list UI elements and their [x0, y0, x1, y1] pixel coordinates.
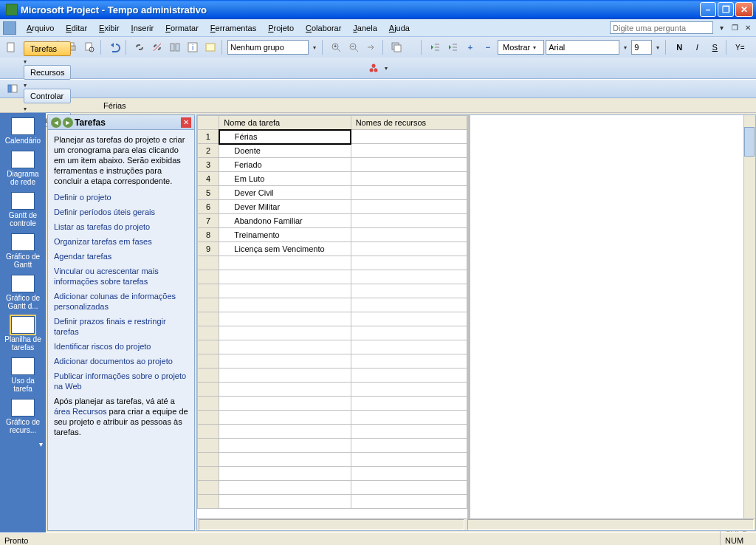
table-row[interactable] — [198, 270, 467, 284]
cell-resources[interactable] — [351, 172, 467, 186]
cell-resources[interactable] — [351, 284, 467, 298]
italic-button[interactable]: I — [689, 39, 705, 55]
cell-resources[interactable] — [351, 397, 467, 411]
table-row[interactable] — [198, 481, 467, 495]
menu-inserir[interactable]: Inserir — [126, 22, 160, 34]
cell-task[interactable] — [219, 439, 351, 453]
row-number[interactable] — [198, 467, 219, 481]
show-outline-button[interactable]: Mostrar▾ — [498, 40, 544, 55]
cell-task[interactable]: Treinamento — [219, 228, 351, 242]
ask-question-input[interactable] — [610, 21, 713, 34]
cell-resources[interactable] — [351, 242, 467, 256]
row-number[interactable] — [198, 340, 219, 354]
row-number[interactable] — [198, 284, 219, 298]
row-number[interactable]: 6 — [198, 200, 219, 214]
mdi-close-button[interactable]: ✕ — [743, 23, 753, 33]
task-pane-outro-link[interactable]: área Recursos — [54, 407, 107, 416]
notes-button[interactable] — [202, 39, 219, 55]
cell-resources[interactable] — [351, 369, 467, 383]
rownum-header[interactable] — [198, 116, 219, 130]
cell-resources[interactable] — [351, 383, 467, 397]
split-button[interactable] — [167, 39, 183, 55]
row-number[interactable]: 7 — [198, 214, 219, 228]
row-number[interactable] — [198, 439, 219, 453]
row-number[interactable] — [198, 326, 219, 340]
table-row[interactable] — [198, 425, 467, 439]
cell-resources[interactable] — [351, 467, 467, 481]
row-number[interactable] — [198, 298, 219, 312]
guide-toggle-button[interactable] — [4, 80, 21, 97]
link-button[interactable] — [131, 39, 148, 55]
cell-task[interactable] — [219, 312, 351, 326]
font-name-dropdown-icon[interactable]: ▾ — [621, 44, 630, 51]
cell-resources[interactable] — [351, 144, 467, 158]
taskpane-link-10[interactable]: Publicar informações sobre o projeto na … — [54, 371, 188, 391]
row-number[interactable] — [198, 256, 219, 270]
menu-ajuda[interactable]: Ajuda — [383, 22, 416, 34]
taskpane-link-3[interactable]: Organizar tarefas em fases — [54, 236, 188, 247]
table-row[interactable]: 3Feriado — [198, 158, 467, 172]
table-row[interactable]: 9Licença sem Vencimento — [198, 242, 467, 256]
table-row[interactable]: 7Abandono Familiar — [198, 214, 467, 228]
column-header-task[interactable]: Nome da tarefa — [219, 116, 351, 130]
cell-task[interactable] — [219, 397, 351, 411]
menu-colaborar[interactable]: Colaborar — [300, 22, 347, 34]
new-button[interactable] — [3, 39, 19, 55]
view-item-3[interactable]: Gráfico de Gantt — [2, 233, 44, 269]
row-number[interactable]: 2 — [198, 144, 219, 158]
taskpane-link-2[interactable]: Listar as tarefas do projeto — [54, 222, 188, 232]
task-pane-back-icon[interactable]: ◄ — [51, 117, 61, 128]
cell-task[interactable] — [219, 354, 351, 369]
cell-resources[interactable] — [351, 214, 467, 228]
task-pane-close-icon[interactable]: ✕ — [181, 117, 191, 128]
column-header-resources[interactable]: Nomes de recursos — [351, 116, 467, 130]
cell-resources[interactable] — [351, 354, 467, 369]
view-item-7[interactable]: Gráfico de recurs... — [2, 399, 44, 434]
table-row[interactable] — [198, 298, 467, 312]
row-number[interactable] — [198, 270, 219, 284]
cell-resources[interactable] — [351, 326, 467, 340]
menu-formatar[interactable]: Formatar — [159, 22, 205, 34]
table-row[interactable] — [198, 256, 467, 270]
cell-resources[interactable] — [351, 186, 467, 200]
row-number[interactable]: 5 — [198, 186, 219, 200]
row-number[interactable] — [198, 425, 219, 439]
table-row[interactable]: 5Dever Civil — [198, 186, 467, 200]
minimize-button[interactable]: – — [700, 2, 716, 17]
guide-dropdown-tarefas[interactable]: ▾ — [24, 58, 27, 65]
cell-task[interactable] — [219, 467, 351, 481]
table-row[interactable]: 8Treinamento — [198, 228, 467, 242]
cell-task[interactable]: Férias — [219, 130, 351, 144]
view-item-4[interactable]: Gráfico de Gantt d... — [2, 275, 44, 310]
taskpane-link-0[interactable]: Definir o projeto — [54, 192, 188, 202]
resource-pool-button[interactable] — [365, 60, 382, 76]
row-number[interactable] — [198, 453, 219, 467]
cell-task[interactable] — [219, 453, 351, 467]
resource-pool-dropdown-icon[interactable]: ▾ — [382, 65, 391, 72]
cell-task[interactable] — [219, 326, 351, 340]
cell-resources[interactable] — [351, 130, 467, 144]
table-row[interactable] — [198, 453, 467, 467]
guide-button-recursos[interactable]: Recursos — [24, 65, 71, 80]
menu-editar[interactable]: Editar — [60, 22, 93, 34]
font-size-dropdown-icon[interactable]: ▾ — [653, 44, 662, 51]
table-row[interactable] — [198, 495, 467, 509]
cell-task[interactable]: Em Luto — [219, 172, 351, 186]
goto-button[interactable] — [363, 39, 379, 55]
row-number[interactable] — [198, 397, 219, 411]
taskpane-link-4[interactable]: Agendar tarefas — [54, 251, 188, 261]
taskpane-link-1[interactable]: Definir períodos úteis gerais — [54, 207, 188, 217]
bold-button[interactable]: N — [671, 39, 687, 55]
print-preview-button[interactable] — [81, 39, 97, 55]
row-number[interactable]: 1 — [198, 130, 219, 144]
guide-button-tarefas[interactable]: Tarefas — [24, 41, 71, 56]
gantt-area[interactable] — [470, 115, 755, 518]
row-number[interactable]: 8 — [198, 228, 219, 242]
zoom-in-button[interactable]: + — [328, 39, 344, 55]
cell-resources[interactable] — [351, 200, 467, 214]
cell-task[interactable] — [219, 495, 351, 509]
cell-task[interactable] — [219, 256, 351, 270]
menu-exibir[interactable]: Exibir — [93, 22, 126, 34]
view-item-6[interactable]: Uso da tarefa — [2, 357, 44, 393]
table-row[interactable] — [198, 411, 467, 425]
